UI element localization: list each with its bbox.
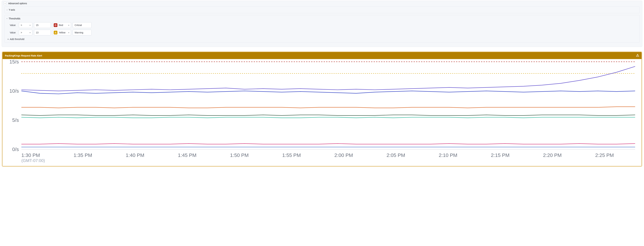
threshold-op-value: > [21,31,22,34]
svg-text:2:00 PM: 2:00 PM [334,152,353,158]
svg-text:1:40 PM: 1:40 PM [126,152,144,158]
chart-svg: 0/s5/s10/s15/s1:30 PM1:35 PM1:40 PM1:45 … [6,60,638,164]
chart-widget: PackingKings Request Rate Alert 0/s5/s10… [2,52,642,166]
advanced-options-title: Advanced options [8,2,27,5]
svg-point-4 [638,56,638,56]
collapse-toggle-icon[interactable]: − [4,2,6,5]
threshold-op-select[interactable]: > ▾ [19,22,32,28]
chart-widget-wrap: PackingKings Request Rate Alert 0/s5/s10… [2,51,642,167]
svg-text:2:10 PM: 2:10 PM [439,152,457,158]
svg-text:(GMT-07:00): (GMT-07:00) [22,158,45,163]
svg-text:0/s: 0/s [12,147,19,152]
threshold-value-label: Value [10,24,17,27]
threshold-row: Value > ▾ 15 Red ▾ Critcial [10,22,637,28]
add-threshold-button[interactable]: + Add threshold [8,38,24,41]
threshold-color-select[interactable]: Red ▾ [52,22,71,28]
yaxis-label: Y-axis [9,9,15,11]
svg-text:2:20 PM: 2:20 PM [543,152,562,158]
threshold-color-name: Yellow [59,31,66,34]
advanced-options-panel: − Advanced options › Y-axis › Thresholds… [2,1,642,47]
yaxis-section[interactable]: › Y-axis [4,6,640,13]
svg-text:1:50 PM: 1:50 PM [230,152,249,158]
close-circle-icon [54,23,58,27]
svg-text:1:45 PM: 1:45 PM [178,152,196,158]
plus-icon: + [8,38,9,41]
chevron-down-icon: ▾ [68,32,69,34]
add-threshold-label: Add threshold [10,38,24,41]
threshold-row: Value > ▾ 13 Yellow ▾ Warning [10,30,637,35]
threshold-value-label: Value [10,31,17,34]
threshold-op-select[interactable]: > ▾ [19,30,32,35]
svg-text:1:55 PM: 1:55 PM [282,152,301,158]
warning-triangle-icon [54,31,58,34]
svg-text:15/s: 15/s [10,60,19,64]
threshold-label-input[interactable]: Critcial [73,22,92,28]
warning-triangle-icon[interactable] [636,54,639,57]
svg-text:1:35 PM: 1:35 PM [74,152,92,158]
svg-text:2:25 PM: 2:25 PM [595,152,614,158]
svg-text:1:30 PM: 1:30 PM [22,152,40,158]
threshold-value-input[interactable]: 13 [34,30,51,35]
threshold-color-name: Red [59,24,63,27]
chevron-right-icon: › [7,9,8,11]
threshold-label-input[interactable]: Warning [73,30,92,35]
thresholds-header[interactable]: › Thresholds [7,17,637,20]
chart-header: PackingKings Request Rate Alert [2,52,642,59]
threshold-op-value: > [21,24,22,27]
chevron-down-icon: ▾ [68,24,69,26]
svg-text:10/s: 10/s [10,88,19,94]
thresholds-section: › Thresholds Value > ▾ 15 Red ▾ Cr [4,15,640,43]
svg-text:5/s: 5/s [12,117,19,123]
chevron-down-icon: › [6,18,8,19]
threshold-value-input[interactable]: 15 [34,22,51,28]
chart-title: PackingKings Request Rate Alert [5,54,42,57]
chevron-down-icon: ▾ [30,32,30,34]
chart-plot-area[interactable]: 0/s5/s10/s15/s1:30 PM1:35 PM1:40 PM1:45 … [2,59,642,166]
svg-text:2:05 PM: 2:05 PM [386,152,405,158]
threshold-color-select[interactable]: Yellow ▾ [52,30,71,35]
chevron-down-icon: ▾ [30,24,30,26]
svg-text:2:15 PM: 2:15 PM [491,152,510,158]
thresholds-label: Thresholds [9,17,20,20]
